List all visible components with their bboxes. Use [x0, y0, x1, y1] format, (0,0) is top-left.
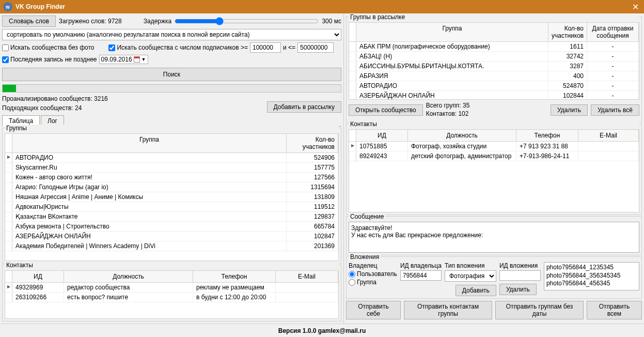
col-phone[interactable]: Телефон: [193, 271, 276, 282]
close-icon[interactable]: ✕: [630, 2, 641, 12]
delay-slider[interactable]: [175, 17, 319, 25]
table-row[interactable]: ▸ 10751885 Фотограф, хозяйка студии +7 9…: [349, 142, 639, 151]
open-community-button[interactable]: Открыть сообщество: [349, 104, 423, 116]
col-mail-count[interactable]: Кол-во участников: [548, 23, 587, 41]
table-row[interactable]: Кожен - автор свого життя! 127566: [5, 173, 338, 182]
col-count[interactable]: Кол-во участников: [287, 134, 338, 152]
table-row[interactable]: АБАК ПРМ (полиграфическое оборудование) …: [349, 42, 639, 52]
col-group[interactable]: Группа: [12, 134, 287, 152]
owner-id-label: ИД владельца: [400, 262, 442, 269]
send-nodate-button[interactable]: Отправить группам без даты: [495, 301, 584, 319]
col-mail-group[interactable]: Группа: [356, 23, 548, 41]
sort-select[interactable]: сортировать по умолчанию (аналогично рез…: [2, 29, 341, 40]
attach-delete-button[interactable]: Удалить: [499, 284, 537, 295]
dictionary-button[interactable]: Словарь слов: [2, 16, 56, 27]
send-contacts-button[interactable]: Отправить контактам группы: [404, 301, 492, 319]
col-id[interactable]: ИД: [12, 271, 64, 282]
chevron-down-icon: ▼: [142, 57, 146, 62]
table-row[interactable]: Skyscanner.Ru 157775: [5, 163, 338, 173]
window-title: VK Group Finder: [15, 3, 630, 10]
attach-id-label: ИД вложения: [499, 262, 541, 269]
delay-value: 300 мс: [322, 18, 341, 25]
mailing-section-label: Группы в рассылке: [349, 13, 639, 21]
table-row[interactable]: АБЗАЦ! (Н) 32742 -: [349, 52, 639, 62]
subs-min-input[interactable]: [250, 42, 281, 53]
send-all-button[interactable]: Отправить всем: [587, 301, 642, 319]
send-self-button[interactable]: Отправить себе: [346, 301, 401, 319]
list-item[interactable]: photo7956844_356345345: [546, 272, 637, 280]
col-role[interactable]: Должность: [64, 271, 193, 282]
owner-label: Владелец: [349, 262, 397, 269]
table-row[interactable]: 89249243 детский фотограф, администратор…: [349, 151, 639, 161]
table-row[interactable]: ▸ 49328969 редактор сообщества рекламу н…: [5, 283, 338, 293]
subs-max-input[interactable]: [297, 42, 334, 53]
table-row[interactable]: Адвокаты|Юристы 119512: [5, 202, 338, 212]
titlebar: w VK Group Finder ✕: [0, 0, 644, 13]
message-textarea[interactable]: Здравствуйте! У нас есть для Вас прекрас…: [349, 222, 639, 253]
checkbox-no-photo[interactable]: Искать сообщества без фото: [2, 44, 94, 51]
table-row[interactable]: АВТОРАДИО 524870 -: [349, 81, 639, 91]
checkbox-subscribers[interactable]: Искать сообщества с числом подписчиков >…: [108, 44, 248, 51]
table-row[interactable]: ▸ АВТОРАДИО 524906: [5, 153, 338, 163]
col-mail-date[interactable]: Дата отправки сообщения: [587, 23, 639, 41]
table-row[interactable]: Агарио: Голодные Игры (agar io) 1315694: [5, 182, 338, 192]
total-contacts: Контактов: 102: [426, 110, 470, 118]
footer-version: Версия 1.0.0 gamlex@mail.ru: [0, 324, 644, 337]
progress-bar: [2, 84, 341, 93]
loaded-words-label: Загружено слов: 9728: [59, 18, 122, 25]
delay-label: Задержка: [144, 18, 172, 25]
table-row[interactable]: АБИССИНЫ.БУРМЫ.БРИТАНЦЫ.КОТЯТА. 3287 -: [349, 62, 639, 71]
attach-add-button[interactable]: Добавить: [455, 285, 496, 296]
calendar-icon: [134, 56, 140, 63]
delete-button[interactable]: Удалить: [551, 104, 588, 116]
delete-all-button[interactable]: Удалить всё: [591, 104, 639, 116]
col-remail[interactable]: E-Mail: [578, 130, 639, 141]
radio-group[interactable]: Группа: [349, 279, 397, 286]
attach-id-input[interactable]: [499, 270, 541, 281]
attach-type-label: Тип вложения: [445, 262, 496, 269]
total-groups: Всего групп: 35: [426, 102, 470, 110]
contacts-section-label: Контакты: [5, 262, 339, 269]
attachments-list[interactable]: photo7956844_1235345photo7956844_3563453…: [544, 262, 639, 290]
list-item[interactable]: photo7956844_1235345: [546, 264, 637, 272]
table-row[interactable]: 263109266 есть вопрос? пишите в будни с …: [5, 293, 338, 302]
add-to-mailing-button[interactable]: Добавить в рассылку: [267, 101, 341, 113]
stat-matched: Подходящих сообществ: 24: [2, 103, 108, 113]
checkbox-date[interactable]: Последняя запись не позднее: [2, 56, 97, 63]
owner-id-input[interactable]: [400, 270, 442, 281]
date-picker[interactable]: 09.09.2016 ▼: [99, 55, 148, 64]
table-row[interactable]: Қазақстан ВКонтакте 129837: [5, 212, 338, 222]
col-rid[interactable]: ИД: [356, 130, 408, 141]
attach-type-select[interactable]: Фотография: [445, 270, 496, 282]
stat-analyzed: Проанализировано сообществ: 3216: [2, 94, 108, 103]
col-rrole[interactable]: Должность: [408, 130, 516, 141]
groups-section-label: Группы: [5, 125, 339, 132]
col-rphone[interactable]: Телефон: [516, 130, 578, 141]
search-button[interactable]: Поиск: [2, 68, 341, 81]
col-email[interactable]: E-Mail: [276, 271, 338, 282]
table-row[interactable]: АЗЕРБАЙДЖАН ОНЛАЙН 102847: [5, 232, 338, 241]
table-row[interactable]: АЗЕРБАЙДЖАН ОНЛАЙН 102844 -: [349, 91, 639, 100]
rcontacts-section-label: Контакты: [349, 120, 639, 128]
table-row[interactable]: Академия Победителей | Winners Academy |…: [5, 241, 338, 251]
message-section-label: Сообщение: [349, 213, 385, 220]
vk-logo-icon: w: [3, 2, 12, 11]
table-row[interactable]: АБРАЗИЯ 400 -: [349, 71, 639, 81]
radio-user[interactable]: Пользователь: [349, 270, 397, 278]
list-item[interactable]: photo7956844_456345: [546, 280, 637, 288]
attach-section-label: Вложения: [349, 253, 381, 261]
table-row[interactable]: Азбука ремонта | Строительство 665784: [5, 222, 338, 232]
table-row[interactable]: Няшная Агрессия | Anime | Аниме | Комикс…: [5, 192, 338, 202]
